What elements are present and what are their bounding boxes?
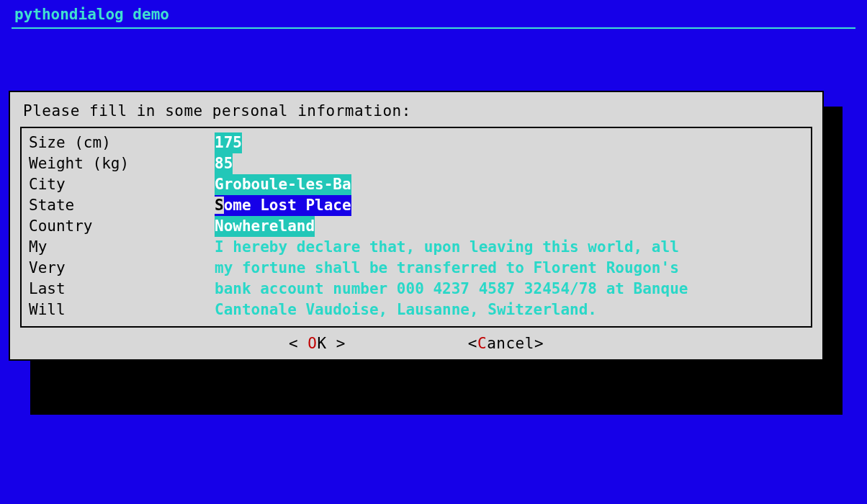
- ok-button[interactable]: OK: [289, 335, 346, 352]
- terminal-header: pythondialog demo: [0, 0, 867, 27]
- label-state: State: [29, 195, 215, 216]
- cursor-char: S: [215, 197, 224, 214]
- form-area: Size (cm) 175 Weight (kg) 85 City Grobou…: [20, 127, 812, 328]
- button-row: OK Cancel: [20, 328, 812, 352]
- label-city: City: [29, 174, 215, 195]
- input-city[interactable]: Groboule-les-Ba: [215, 174, 351, 195]
- row-will-2: Very my fortune shall be transferred to …: [29, 258, 804, 279]
- label-will-4: Will: [29, 300, 215, 320]
- dialog-box: Please fill in some personal information…: [9, 91, 824, 361]
- row-will-4: Will Cantonale Vaudoise, Lausanne, Switz…: [29, 300, 804, 320]
- will-text-1: I hereby declare that, upon leaving this…: [215, 237, 679, 258]
- label-will-3: Last: [29, 279, 215, 300]
- input-weight[interactable]: 85: [215, 153, 233, 174]
- row-size: Size (cm) 175: [29, 132, 804, 153]
- cancel-hotkey: C: [477, 335, 487, 352]
- header-rule: [12, 27, 855, 29]
- row-weight: Weight (kg) 85: [29, 153, 804, 174]
- row-state: State Some Lost Place: [29, 195, 804, 216]
- cancel-button[interactable]: Cancel: [468, 335, 544, 352]
- label-weight: Weight (kg): [29, 153, 215, 174]
- label-will-1: My: [29, 237, 215, 258]
- will-text-4: Cantonale Vaudoise, Lausanne, Switzerlan…: [215, 300, 597, 320]
- row-country: Country Nowhereland: [29, 216, 804, 237]
- input-state[interactable]: Some Lost Place: [215, 195, 351, 216]
- row-will-3: Last bank account number 000 4237 4587 3…: [29, 279, 804, 300]
- input-country[interactable]: Nowhereland: [215, 216, 315, 237]
- will-text-2: my fortune shall be transferred to Flore…: [215, 258, 679, 279]
- will-text-3: bank account number 000 4237 4587 32454/…: [215, 279, 688, 300]
- input-size[interactable]: 175: [215, 132, 242, 153]
- ok-label-rest: K: [317, 335, 326, 352]
- row-city: City Groboule-les-Ba: [29, 174, 804, 195]
- label-will-2: Very: [29, 258, 215, 279]
- ok-hotkey: O: [307, 335, 317, 352]
- label-size: Size (cm): [29, 132, 215, 153]
- dialog-prompt: Please fill in some personal information…: [20, 98, 812, 127]
- row-will-1: My I hereby declare that, upon leaving t…: [29, 237, 804, 258]
- label-country: Country: [29, 216, 215, 237]
- state-rest: ome Lost Place: [224, 197, 351, 214]
- app-title: pythondialog demo: [14, 6, 169, 23]
- cancel-label-rest: ancel: [487, 335, 534, 352]
